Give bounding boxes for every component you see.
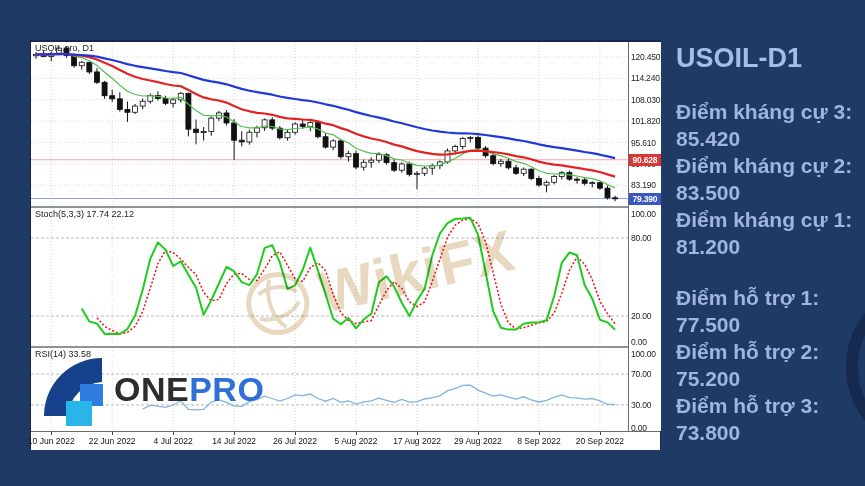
date-axis-label: 29 Aug 2022 (454, 436, 502, 446)
panel-separator[interactable] (31, 206, 660, 208)
candle-body (597, 183, 602, 189)
candle-body (308, 123, 313, 127)
candle-body (582, 180, 587, 183)
candle-body (536, 178, 541, 185)
candle-body (567, 173, 572, 180)
panel-separator[interactable] (31, 346, 660, 348)
price-axis-label: 114.240 (631, 73, 660, 83)
candle-body (392, 163, 397, 171)
candle-body (415, 173, 420, 174)
page: USOIL.pro, D1 Stoch(5,3,3) 17.74 22.12 R… (0, 0, 865, 486)
price-axis-label: 83.190 (631, 180, 656, 190)
candle-body (331, 141, 336, 147)
support-level-value: 77.500 (676, 311, 862, 338)
support-level-value: 73.800 (676, 419, 862, 446)
candle-body (521, 169, 526, 173)
stoch-axis-label: 0.00 (631, 337, 647, 347)
price-axis-label: 120.450 (631, 52, 660, 62)
moving-average-line (36, 54, 615, 177)
ask-price-tag: 90.628 (629, 154, 661, 166)
stochastic-panel[interactable]: Stoch(5,3,3) 17.74 22.12 (31, 208, 628, 346)
bid-price-tag: 79.390 (629, 193, 661, 205)
date-tick-mark (417, 432, 418, 435)
candle-body (376, 155, 381, 161)
price-chart-canvas (31, 42, 628, 206)
candle-body (361, 162, 366, 167)
candle-body (110, 96, 115, 99)
onepro-wordmark-one: ONE (114, 370, 189, 408)
date-tick-mark (234, 432, 235, 435)
candle-body (194, 129, 199, 132)
candle-body (552, 176, 557, 182)
candle-body (232, 123, 237, 140)
resistance-level-label: Điểm kháng cự 3: (676, 98, 862, 125)
candle-body (102, 82, 107, 95)
date-axis-label: 17 Aug 2022 (393, 436, 441, 446)
sidebar-title: USOIL-D1 (676, 42, 862, 74)
price-axis[interactable]: 120.450114.240108.030101.82095.61089.400… (628, 42, 661, 431)
candle-body (79, 62, 84, 65)
candle-body (201, 132, 206, 133)
candle-body (475, 137, 480, 148)
stoch-axis-label: 80.00 (631, 233, 651, 243)
support-level-label: Điểm hỗ trợ 3: (676, 392, 862, 419)
price-axis-label: 95.610 (631, 138, 656, 148)
candle-body (590, 183, 595, 184)
price-axis-label: 108.030 (631, 95, 660, 105)
candle-body (399, 164, 404, 170)
rsi-axis-label: 30.00 (631, 400, 651, 410)
candle-body (453, 146, 458, 150)
resistance-level-value: 83.500 (676, 179, 862, 206)
stochastic-label: Stoch(5,3,3) 17.74 22.12 (35, 209, 134, 219)
candle-body (491, 156, 496, 164)
annotation-sidebar: USOIL-D1 Điểm kháng cự 3:85.420Điểm khán… (676, 42, 862, 446)
price-chart-panel[interactable]: USOIL.pro, D1 (31, 42, 628, 206)
date-tick-mark (356, 432, 357, 435)
moving-average-line (36, 53, 615, 188)
candle-body (407, 164, 412, 174)
candle-body (544, 182, 549, 185)
candle-body (247, 132, 252, 142)
support-level-label: Điểm hỗ trợ 2: (676, 338, 862, 365)
candle-body (354, 154, 359, 167)
date-tick-mark (539, 432, 540, 435)
date-axis-label: 8 Sep 2022 (517, 436, 560, 446)
candle-body (254, 128, 259, 132)
support-level-label: Điểm hỗ trợ 1: (676, 284, 862, 311)
candle-body (87, 62, 92, 72)
candle-body (338, 141, 343, 157)
resistance-level-value: 85.420 (676, 125, 862, 152)
date-tick-mark (600, 432, 601, 435)
candle-body (117, 99, 122, 110)
candle-body (529, 169, 534, 178)
date-axis-label: 5 Aug 2022 (335, 436, 378, 446)
candle-body (498, 161, 503, 163)
candle-body (468, 137, 473, 138)
stochastic-canvas (31, 208, 628, 346)
candle-body (300, 124, 305, 126)
date-tick-mark (173, 432, 174, 435)
resistance-level-label: Điểm kháng cự 2: (676, 152, 862, 179)
date-tick-mark (51, 432, 52, 435)
symbol-label: USOIL.pro, D1 (35, 43, 94, 53)
candle-body (422, 168, 427, 173)
date-axis-label: 20 Sep 2022 (576, 436, 624, 446)
candle-body (445, 151, 450, 162)
candle-body (346, 154, 351, 157)
date-axis[interactable]: 10 Jun 202222 Jun 20224 Jul 202214 Jul 2… (31, 431, 660, 450)
onepro-logo-icon (40, 354, 112, 428)
candle-body (239, 140, 244, 142)
resistance-level-group: Điểm kháng cự 3:85.420Điểm kháng cự 2:83… (676, 98, 862, 260)
onepro-logo: ONEPRO (34, 354, 266, 430)
candle-body (506, 161, 511, 168)
resistance-level-label: Điểm kháng cự 1: (676, 206, 862, 233)
onepro-wordmark-pro: PRO (189, 370, 264, 408)
date-axis-label: 10 Jun 2022 (28, 436, 75, 446)
candle-body (171, 100, 176, 103)
stoch-axis-label: 20.00 (631, 311, 651, 321)
resistance-level-value: 81.200 (676, 233, 862, 260)
candle-body (460, 138, 465, 146)
support-level-value: 75.200 (676, 365, 862, 392)
rsi-axis-label: 100.00 (631, 349, 656, 359)
level-list: Điểm kháng cự 3:85.420Điểm kháng cự 2:83… (676, 98, 862, 446)
